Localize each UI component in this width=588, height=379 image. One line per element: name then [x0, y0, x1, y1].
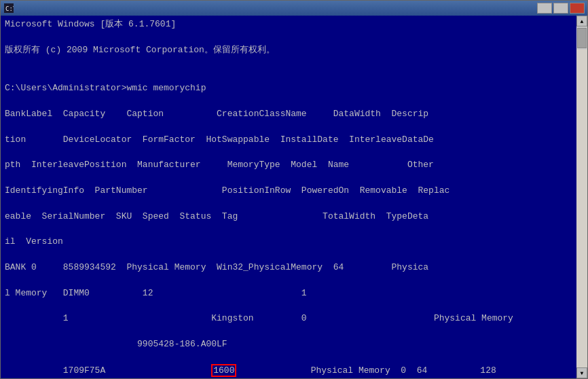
title-bar-buttons [537, 3, 585, 14]
speed-highlight: 1600 [211, 364, 236, 378]
svg-text:C:\: C:\ [5, 5, 14, 12]
console-output[interactable]: Microsoft Windows [版本 6.1.7601] 版权所有 (c)… [1, 16, 587, 378]
minimize-button[interactable] [537, 3, 552, 14]
console-line: Microsoft Windows [版本 6.1.7601] [5, 18, 583, 31]
scrollbar-down-button[interactable]: ▼ [576, 367, 587, 378]
console-line: l Memory DIMM0 12 1 [5, 287, 583, 300]
console-line: pth InterleavePosition Manufacturer Memo… [5, 159, 583, 172]
close-button[interactable] [570, 3, 585, 14]
console-wrapper: Microsoft Windows [版本 6.1.7601] 版权所有 (c)… [1, 16, 587, 378]
scrollbar-up-button[interactable]: ▲ [576, 16, 587, 26]
scrollbar-thumb[interactable] [577, 28, 587, 48]
console-line: eable SerialNumber SKU Speed Status Tag … [5, 211, 583, 223]
cmd-icon: C:\ [3, 3, 14, 14]
window: C:\ Microsoft Windows [版本 6.1.7601] 版权所有… [0, 0, 588, 379]
console-line: 1 Kingston 0 Physical Memory [5, 312, 583, 325]
scrollbar-track-area [576, 50, 587, 367]
console-line: IdentifyingInfo PartNumber PositionInRow… [5, 185, 583, 198]
console-line: 9905428-186.A00LF [5, 338, 583, 351]
console-line: 1709F75A 1600 Physical Memory 0 64 128 [5, 364, 583, 378]
scrollbar[interactable]: ▲ ▼ [576, 16, 587, 378]
maximize-button[interactable] [553, 3, 568, 14]
console-line: BankLabel Capacity Caption CreationClass… [5, 108, 583, 121]
console-line: C:\Users\Administrator>wmic memorychip [5, 82, 583, 95]
console-line: BANK 0 8589934592 Physical Memory Win32_… [5, 261, 583, 274]
console-line: 版权所有 (c) 2009 Microsoft Corporation。保留所有… [5, 44, 583, 57]
title-bar: C:\ [1, 1, 587, 16]
console-line: il Version [5, 236, 583, 249]
cmd-window: C:\ Microsoft Windows [版本 6.1.7601] 版权所有… [0, 0, 588, 379]
console-line: tion DeviceLocator FormFactor HotSwappab… [5, 134, 583, 147]
